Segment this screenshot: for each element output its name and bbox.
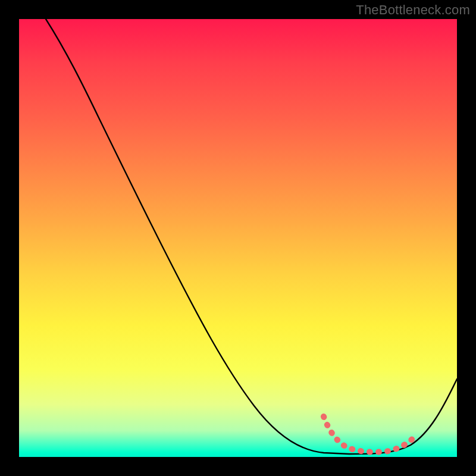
bottleneck-curve <box>46 19 457 454</box>
chart-frame <box>19 19 457 457</box>
watermark-text: TheBottleneck.com <box>356 2 470 18</box>
optimal-range-marker <box>324 416 415 452</box>
chart-svg <box>19 19 457 457</box>
